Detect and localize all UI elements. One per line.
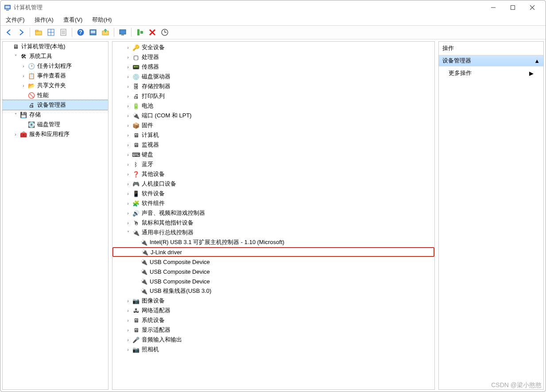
toolbar-device-update-button[interactable]: [159, 27, 170, 38]
tree-node[interactable]: ›🔋电池: [112, 101, 434, 111]
toolbar-help-button[interactable]: ?: [75, 27, 86, 38]
chevron-right-icon[interactable]: ›: [20, 82, 27, 89]
chevron-right-icon[interactable]: ›: [125, 200, 131, 206]
tree-node[interactable]: ›📋事件查看器: [3, 71, 108, 81]
svg-rect-4: [511, 6, 515, 10]
tree-node[interactable]: ›📦固件: [112, 120, 434, 130]
tree-node[interactable]: ›🖥监视器: [112, 140, 434, 150]
tree-node[interactable]: ›🎮人机接口设备: [112, 179, 434, 189]
tree-node[interactable]: ›▢处理器: [112, 52, 434, 62]
tree-node[interactable]: 🖨设备管理器: [3, 100, 108, 110]
chevron-right-icon[interactable]: ›: [125, 346, 131, 353]
tree-node[interactable]: ˅💾存储: [3, 110, 108, 120]
menu-file[interactable]: 文件(F): [4, 15, 27, 25]
tree-node[interactable]: ›📷图像设备: [112, 296, 434, 306]
chevron-right-icon[interactable]: ›: [125, 307, 131, 314]
tree-node[interactable]: ˅🛠系统工具: [3, 51, 108, 61]
tree-node[interactable]: ›🖱鼠标和其他指针设备: [112, 218, 434, 228]
tree-node[interactable]: 🔌Intel(R) USB 3.1 可扩展主机控制器 - 1.10 (Micro…: [112, 237, 434, 247]
tree-node[interactable]: 🔌J-Link driver: [112, 247, 434, 257]
chevron-right-icon[interactable]: ›: [125, 317, 131, 323]
chevron-right-icon[interactable]: ›: [125, 54, 131, 60]
chevron-right-icon[interactable]: ›: [20, 73, 27, 79]
sound-icon: 🔊: [132, 209, 140, 217]
chevron-right-icon[interactable]: ›: [125, 103, 131, 109]
chevron-right-icon[interactable]: ›: [125, 142, 131, 148]
tree-node[interactable]: ›🔌端口 (COM 和 LPT): [112, 111, 434, 120]
chevron-right-icon[interactable]: ›: [125, 161, 131, 167]
tree-node[interactable]: ›🎤音频输入和输出: [112, 335, 434, 345]
close-button[interactable]: [523, 1, 542, 14]
tree-node[interactable]: ›📟传感器: [112, 62, 434, 72]
chevron-right-icon[interactable]: ›: [125, 190, 131, 197]
tree-node[interactable]: 🚫性能: [3, 90, 108, 100]
toolbar-folder-up-button[interactable]: [33, 27, 44, 38]
tree-node[interactable]: ›🔊声音、视频和游戏控制器: [112, 208, 434, 218]
minimize-button[interactable]: [484, 1, 503, 14]
tree-node[interactable]: ›❓其他设备: [112, 169, 434, 179]
chevron-right-icon[interactable]: ›: [125, 298, 131, 304]
toolbar-device-remove-button[interactable]: [147, 27, 158, 38]
toolbar-grid-button[interactable]: [45, 27, 57, 38]
tree-node[interactable]: ›🖨打印队列: [112, 91, 434, 101]
actions-more[interactable]: 更多操作 ▶: [439, 66, 543, 80]
chevron-right-icon[interactable]: ›: [125, 220, 131, 226]
tree-node[interactable]: ˅🔌通用串行总线控制器: [112, 228, 434, 237]
toolbar-forward-button[interactable]: [15, 27, 27, 38]
tree-node[interactable]: ›📂共享文件夹: [3, 81, 108, 90]
chevron-right-icon[interactable]: ›: [125, 83, 131, 89]
tree-node[interactable]: ›🖥系统设备: [112, 315, 434, 325]
menu-view[interactable]: 查看(V): [62, 15, 84, 25]
tree-node[interactable]: 🔌USB Composite Device: [112, 276, 434, 286]
tree-node[interactable]: 🖥计算机管理(本地): [3, 42, 108, 51]
chevron-right-icon[interactable]: ›: [125, 64, 131, 70]
chevron-down-icon[interactable]: ˅: [12, 112, 19, 118]
toolbar-monitor-button[interactable]: [117, 27, 128, 38]
tree-node[interactable]: ›🖧网络适配器: [112, 306, 434, 315]
menu-help[interactable]: 帮助(H): [90, 15, 113, 25]
chevron-down-icon[interactable]: ˅: [12, 53, 19, 59]
chevron-right-icon[interactable]: ›: [125, 337, 131, 343]
tree-node[interactable]: ›🧰服务和应用程序: [3, 129, 108, 139]
tree-node-label: 系统工具: [29, 52, 52, 60]
tree-node[interactable]: ›🧩软件组件: [112, 198, 434, 208]
chevron-right-icon[interactable]: ›: [20, 63, 27, 69]
chevron-right-icon[interactable]: ›: [125, 327, 131, 333]
chevron-right-icon[interactable]: ›: [12, 131, 19, 137]
tree-node[interactable]: ›🔑安全设备: [112, 43, 434, 52]
maximize-button[interactable]: [503, 1, 523, 14]
chevron-right-icon[interactable]: ›: [125, 122, 131, 128]
tree-node[interactable]: ›🕑任务计划程序: [3, 61, 108, 71]
chevron-right-icon[interactable]: ›: [125, 113, 131, 119]
chevron-right-icon[interactable]: ›: [125, 93, 131, 99]
tree-node[interactable]: ›📷照相机: [112, 345, 434, 354]
chevron-right-icon[interactable]: ›: [125, 151, 131, 158]
tree-node[interactable]: ›🗄存储控制器: [112, 82, 434, 91]
actions-section-header[interactable]: 设备管理器 ▲: [439, 55, 543, 66]
device-tree-scroll[interactable]: ›🔑安全设备›▢处理器›📟传感器›💿磁盘驱动器›🗄存储控制器›🖨打印队列›🔋电池…: [112, 42, 434, 389]
chevron-right-icon[interactable]: ›: [125, 181, 131, 187]
tree-node[interactable]: 🔌USB 根集线器(USB 3.0): [112, 286, 434, 296]
chevron-down-icon[interactable]: ˅: [125, 229, 131, 236]
tree-node[interactable]: ›💿磁盘驱动器: [112, 72, 434, 82]
chevron-right-icon[interactable]: ›: [125, 132, 131, 138]
tree-node[interactable]: 🔌USB Composite Device: [112, 267, 434, 276]
toolbar-props-button[interactable]: [58, 27, 69, 38]
chevron-right-icon[interactable]: ›: [125, 44, 131, 50]
toolbar-device-add-button[interactable]: [134, 27, 146, 38]
chevron-right-icon[interactable]: ›: [125, 74, 131, 80]
tree-node[interactable]: 💽磁盘管理: [3, 120, 108, 129]
chevron-right-icon[interactable]: ›: [125, 171, 131, 177]
tree-node[interactable]: 🔌USB Composite Device: [112, 257, 434, 267]
tree-node[interactable]: ›🖥计算机: [112, 130, 434, 140]
toolbar-console-button[interactable]: [87, 27, 99, 38]
perf-icon: 🚫: [27, 91, 35, 99]
tree-node[interactable]: ›🖥显示适配器: [112, 325, 434, 335]
chevron-right-icon[interactable]: ›: [125, 210, 131, 216]
tree-node[interactable]: ›⌨键盘: [112, 150, 434, 159]
toolbar-back-button[interactable]: [3, 27, 15, 38]
tree-node[interactable]: ›📱软件设备: [112, 189, 434, 198]
menu-action[interactable]: 操作(A): [33, 15, 55, 25]
toolbar-export-button[interactable]: [100, 27, 111, 38]
tree-node[interactable]: ›ᛒ蓝牙: [112, 159, 434, 169]
